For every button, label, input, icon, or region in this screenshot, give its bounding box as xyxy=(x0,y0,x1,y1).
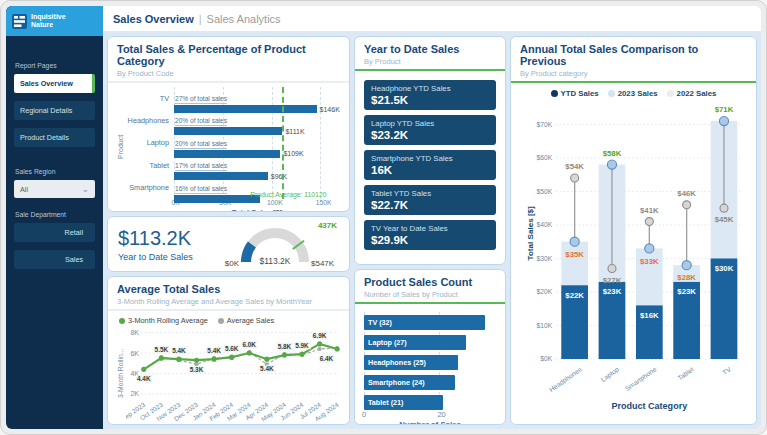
data-point[interactable] xyxy=(334,346,339,351)
bar[interactable]: Smartphone (24) xyxy=(364,375,455,390)
svg-text:$22K: $22K xyxy=(565,291,584,300)
svg-text:6K: 6K xyxy=(130,350,139,357)
column-left: Total Sales & Percentage of Product Cate… xyxy=(107,36,350,425)
category-bar-chart[interactable]: Product TVHeadphonesLaptopTabletSmartpho… xyxy=(117,87,340,207)
data-point[interactable] xyxy=(194,358,199,363)
dot-2022[interactable] xyxy=(645,218,653,226)
svg-text:6.4K: 6.4K xyxy=(320,355,334,362)
legend-item[interactable]: YTD Sales xyxy=(551,89,599,98)
legend-label: 3-Month Rolling Average xyxy=(128,316,208,325)
dot-2022[interactable] xyxy=(683,201,691,209)
card-annual-comparison: Annual Total Sales Comparison to Previou… xyxy=(510,36,757,425)
sidebar: Inquisitive Nature Report Pages Sales Ov… xyxy=(6,6,103,429)
region-dropdown[interactable]: All ⌄ xyxy=(14,180,95,198)
tile-label: TV Year to Date Sales xyxy=(371,224,489,233)
gauge-svg[interactable]: $0K$547K$113.2K437K xyxy=(211,216,339,268)
tile-value: $29.9K xyxy=(371,234,489,246)
data-point[interactable] xyxy=(176,357,181,362)
data-point[interactable] xyxy=(159,356,164,361)
bar[interactable]: Tablet (21) xyxy=(364,395,443,410)
bar[interactable]: TV (32) xyxy=(364,315,485,330)
ytd-tile[interactable]: Tablet YTD Sales$22.7K xyxy=(364,185,496,215)
department-sales-button[interactable]: Sales xyxy=(14,250,95,269)
tile-value: $22.7K xyxy=(371,199,489,211)
data-point[interactable] xyxy=(317,347,321,351)
ytd-tile[interactable]: Smartphone YTD Sales16K xyxy=(364,150,496,180)
dot-2022[interactable] xyxy=(608,265,616,273)
card-ytd-kpi: $113.2K Year to Date Sales $0K$547K$113.… xyxy=(107,216,350,272)
svg-text:5.9K: 5.9K xyxy=(295,342,309,349)
data-point[interactable] xyxy=(247,350,252,355)
sidebar-item-product-details[interactable]: Product Details xyxy=(14,128,95,147)
card-subtitle: By Product category xyxy=(520,69,747,78)
legend-item[interactable]: 2022 Sales xyxy=(667,89,717,98)
data-point[interactable] xyxy=(229,355,234,360)
svg-text:$45K: $45K xyxy=(715,215,734,224)
bar-label: Smartphone (24) xyxy=(368,378,425,387)
data-point[interactable] xyxy=(317,341,322,346)
dot-2023[interactable] xyxy=(570,237,579,246)
percent-label: 27% of total sales xyxy=(175,95,227,104)
department-retail-button[interactable]: Retail xyxy=(14,223,95,242)
category-label: Headphones xyxy=(127,109,174,131)
ytd-bar[interactable] xyxy=(711,258,738,359)
ytd-gauge[interactable]: $0K$547K$113.2K437K xyxy=(211,216,339,272)
data-point[interactable] xyxy=(211,357,216,362)
y-axis-title: 3-Month Rollin... xyxy=(117,326,126,420)
data-point[interactable] xyxy=(282,353,287,358)
dot-2022[interactable] xyxy=(571,174,579,182)
svg-text:$28K: $28K xyxy=(677,273,696,282)
plot-area[interactable]: Product Average: 11012027% of total sale… xyxy=(174,87,340,199)
svg-text:$0K: $0K xyxy=(225,259,240,268)
legend-label: Average Sales xyxy=(227,316,274,325)
svg-text:$0K: $0K xyxy=(540,355,552,362)
legend-item[interactable]: Average Sales xyxy=(218,316,274,325)
count-bar-chart[interactable]: TV (32)Laptop (27)Headphones (25)Smartph… xyxy=(364,312,496,410)
legend-item[interactable]: 2023 Sales xyxy=(608,89,658,98)
dot-2023[interactable] xyxy=(719,116,728,125)
divider xyxy=(108,81,349,83)
line-chart[interactable]: 3-Month Rollin... 8K6K4K2K4.4K5.5K5.4K5.… xyxy=(117,326,340,420)
bar-row: 17% of total sales$96K xyxy=(174,154,340,176)
sidebar-item-sales-overview[interactable]: Sales Overview xyxy=(14,74,95,93)
ytd-tile[interactable]: Headphone YTD Sales$21.5K xyxy=(364,80,496,110)
ytd-tile[interactable]: TV Year to Date Sales$29.9K xyxy=(364,220,496,250)
legend-dot-2023 xyxy=(608,90,615,97)
bar-label: Tablet (21) xyxy=(368,398,403,407)
data-point[interactable] xyxy=(299,352,304,357)
svg-text:Tablet: Tablet xyxy=(676,365,695,381)
card-subtitle: 3-Month Rolling Average and Average Sale… xyxy=(117,297,340,306)
legend-label: 2022 Sales xyxy=(677,89,717,98)
bar[interactable]: Headphones (25) xyxy=(364,355,458,370)
bar[interactable] xyxy=(174,195,260,203)
sale-department-label: Sale Department xyxy=(15,211,94,218)
x-axis-title: Number of Sales xyxy=(364,420,496,425)
line-chart-svg[interactable]: 8K6K4K2K4.4K5.5K5.4K5.3K5.4K5.6K6.0K5.4K… xyxy=(126,326,340,425)
dot-2022[interactable] xyxy=(720,204,728,212)
dot-2023[interactable] xyxy=(682,261,691,270)
svg-text:8K: 8K xyxy=(130,329,139,336)
data-point[interactable] xyxy=(141,367,146,372)
brand-header: Inquisitive Nature xyxy=(6,6,103,36)
svg-text:$54K: $54K xyxy=(565,162,584,171)
legend-label: YTD Sales xyxy=(561,89,599,98)
bar-label: Headphones (25) xyxy=(368,358,426,367)
svg-text:Laptop: Laptop xyxy=(599,365,621,383)
ytd-tile[interactable]: Laptop YTD Sales$23.2K xyxy=(364,115,496,145)
bar-row: 20% of total sales$111K xyxy=(174,109,340,131)
dot-2023[interactable] xyxy=(607,160,616,169)
sidebar-item-regional-details[interactable]: Regional Details xyxy=(14,101,95,120)
category-label: Tablet xyxy=(127,154,174,176)
legend-item[interactable]: 3-Month Rolling Average xyxy=(119,316,208,325)
percent-label: 16% of total sales xyxy=(175,185,227,194)
svg-text:Headphones: Headphones xyxy=(548,365,584,394)
combo-chart-svg[interactable]: $0K$10K$20K$30K$40K$50K$60K$70K$35K$54K$… xyxy=(520,100,751,420)
data-point[interactable] xyxy=(264,357,269,362)
bar[interactable]: Laptop (27) xyxy=(364,335,466,350)
tile-value: $21.5K xyxy=(371,94,489,106)
card-subtitle: By Product xyxy=(364,57,496,66)
dot-2023[interactable] xyxy=(645,244,654,253)
svg-text:$30K: $30K xyxy=(715,264,734,273)
svg-text:TV: TV xyxy=(721,365,732,376)
x-tick-label: 20 xyxy=(437,410,445,419)
